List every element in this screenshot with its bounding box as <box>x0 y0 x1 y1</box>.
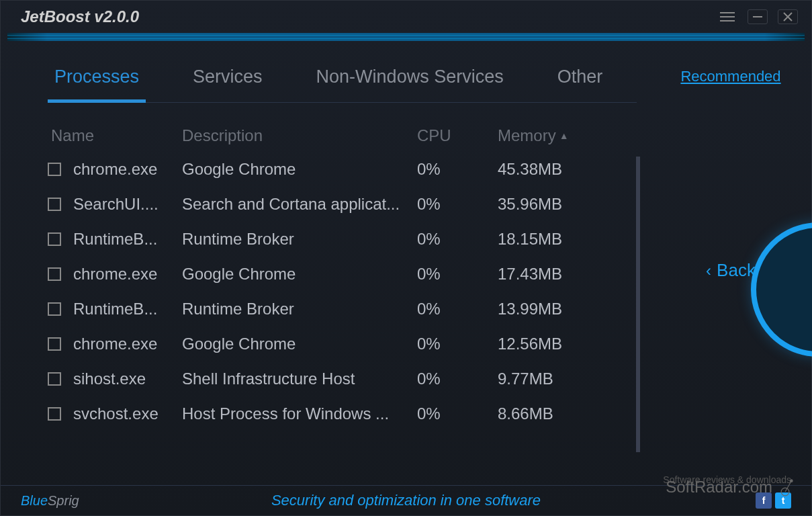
cell-description: Runtime Broker <box>182 300 417 318</box>
cell-name: RuntimeB... <box>73 300 157 318</box>
back-button[interactable]: ‹ Back <box>706 260 756 281</box>
row-checkbox[interactable] <box>48 407 61 421</box>
cell-name: sihost.exe <box>73 370 146 388</box>
side-panel: Recommended ‹ Back <box>664 41 811 485</box>
cell-memory: 18.15MB <box>498 230 605 249</box>
cell-memory: 17.43MB <box>498 265 605 284</box>
watermark: SoftRadar.com <box>666 478 795 497</box>
row-checkbox[interactable] <box>48 232 61 246</box>
footer-brand[interactable]: BlueSprig <box>21 493 79 509</box>
row-checkbox[interactable] <box>48 337 61 351</box>
app-title: JetBoost v2.0.0 <box>21 7 139 26</box>
main-panel: Processes Services Non-Windows Services … <box>1 41 664 485</box>
row-checkbox[interactable] <box>48 267 61 281</box>
cell-memory: 45.38MB <box>498 160 605 179</box>
table-row[interactable]: chrome.exeGoogle Chrome0%17.43MB <box>48 257 657 292</box>
row-checkbox[interactable] <box>48 372 61 386</box>
brand-suffix: Sprig <box>48 493 79 508</box>
table-row[interactable]: sihost.exeShell Infrastructure Host0%9.7… <box>48 361 657 396</box>
cell-name: svchost.exe <box>73 404 159 423</box>
minimize-button[interactable] <box>748 9 768 24</box>
tab-bar: Processes Services Non-Windows Services … <box>48 61 637 103</box>
tab-other[interactable]: Other <box>551 61 610 102</box>
menu-icon[interactable] <box>717 9 737 24</box>
table-row[interactable]: svchost.exeHost Process for Windows ...0… <box>48 396 657 431</box>
cell-cpu: 0% <box>417 195 498 214</box>
cell-description: Google Chrome <box>182 265 417 284</box>
cell-cpu: 0% <box>417 160 498 179</box>
radar-icon <box>776 478 795 497</box>
tab-non-windows-services[interactable]: Non-Windows Services <box>310 61 510 102</box>
table-row[interactable]: SearchUI....Search and Cortana applicat.… <box>48 187 657 222</box>
row-checkbox[interactable] <box>48 302 61 316</box>
column-memory[interactable]: Memory ▲ <box>498 126 605 145</box>
cell-cpu: 0% <box>417 230 498 249</box>
column-cpu[interactable]: CPU <box>417 126 498 145</box>
table-header: Name Description CPU Memory ▲ <box>48 120 657 152</box>
cell-name: RuntimeB... <box>73 230 157 249</box>
window-controls <box>717 9 798 24</box>
watermark-text: SoftRadar.com <box>666 478 772 497</box>
top-border <box>7 33 805 41</box>
cell-description: Shell Infrastructure Host <box>182 370 417 388</box>
cell-memory: 13.99MB <box>498 300 605 318</box>
column-description[interactable]: Description <box>182 126 417 145</box>
cell-description: Google Chrome <box>182 160 417 179</box>
column-name[interactable]: Name <box>48 126 182 145</box>
recommended-link[interactable]: Recommended <box>680 68 780 85</box>
cell-description: Host Process for Windows ... <box>182 404 417 423</box>
cell-memory: 9.77MB <box>498 370 605 388</box>
brand-prefix: Blue <box>21 493 48 508</box>
cell-cpu: 0% <box>417 265 498 284</box>
tab-processes[interactable]: Processes <box>48 61 146 103</box>
cell-description: Search and Cortana applicat... <box>182 195 417 214</box>
cell-name: SearchUI.... <box>73 195 159 214</box>
cell-cpu: 0% <box>417 300 498 318</box>
cell-name: chrome.exe <box>73 265 157 284</box>
svg-rect-0 <box>753 16 762 17</box>
table-row[interactable]: RuntimeB...Runtime Broker0%13.99MB <box>48 292 657 327</box>
table-row[interactable]: RuntimeB...Runtime Broker0%18.15MB <box>48 222 657 257</box>
close-button[interactable] <box>778 9 798 24</box>
cell-description: Google Chrome <box>182 335 417 353</box>
chevron-left-icon: ‹ <box>706 261 711 280</box>
title-bar: JetBoost v2.0.0 <box>1 1 811 33</box>
table-body: chrome.exeGoogle Chrome0%45.38MBSearchUI… <box>48 152 657 431</box>
process-table: Name Description CPU Memory ▲ chrome.exe… <box>48 120 657 431</box>
scrollbar[interactable] <box>636 157 640 452</box>
footer-tagline: Security and optimization in one softwar… <box>271 492 541 509</box>
table-row[interactable]: chrome.exeGoogle Chrome0%45.38MB <box>48 152 657 187</box>
cell-memory: 8.66MB <box>498 404 605 423</box>
cell-cpu: 0% <box>417 335 498 353</box>
cell-name: chrome.exe <box>73 160 157 179</box>
svg-point-2 <box>790 479 793 482</box>
cell-memory: 35.96MB <box>498 195 605 214</box>
boost-dial[interactable] <box>751 222 812 357</box>
cell-memory: 12.56MB <box>498 335 605 353</box>
app-window: JetBoost v2.0.0 Processes Services Non-W… <box>0 0 812 516</box>
row-checkbox[interactable] <box>48 198 61 211</box>
table-row[interactable]: chrome.exeGoogle Chrome0%12.56MB <box>48 327 657 361</box>
cell-name: chrome.exe <box>73 335 157 353</box>
tab-services[interactable]: Services <box>186 61 269 102</box>
row-checkbox[interactable] <box>48 163 61 176</box>
cell-description: Runtime Broker <box>182 230 417 249</box>
back-label: Back <box>717 260 756 281</box>
column-memory-label: Memory <box>498 126 556 145</box>
content-area: Processes Services Non-Windows Services … <box>1 41 811 485</box>
cell-cpu: 0% <box>417 370 498 388</box>
cell-cpu: 0% <box>417 404 498 423</box>
sort-ascending-icon: ▲ <box>559 130 569 141</box>
